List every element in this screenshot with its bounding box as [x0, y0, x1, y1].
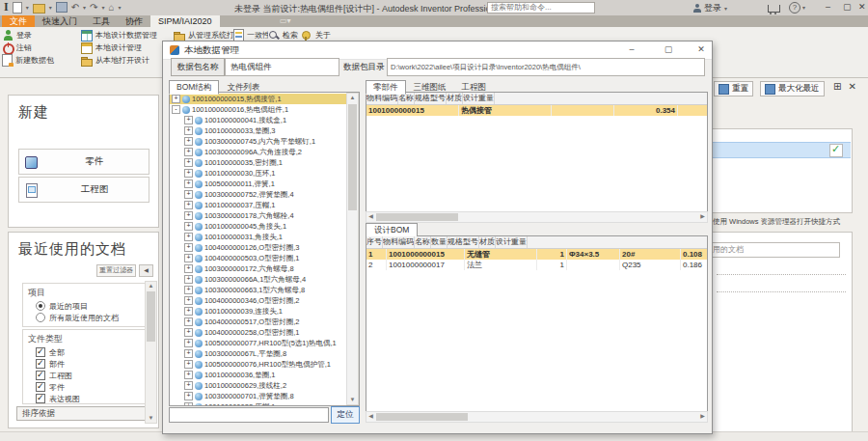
table-row[interactable]: 1 1001000000015 无缝管 1 Φ34×3.5 20# 0.108 [366, 249, 707, 260]
chevron-down-icon[interactable]: ▾ [49, 4, 52, 11]
column-header[interactable]: 序号 [366, 236, 383, 248]
tree-item[interactable]: + 1003000000701,弹簧垫圈,8 [170, 391, 347, 401]
column-header[interactable]: 名称 [415, 236, 431, 248]
design-bom-tab[interactable]: 设计BOM [366, 223, 418, 236]
tree-item[interactable]: + 1003000000663,1型六角螺母,8 [170, 285, 347, 295]
tree-item[interactable]: + 1004000000503,O型密封圈,1 [170, 253, 347, 263]
filetype-option[interactable]: 部件 [36, 359, 146, 369]
tree-item[interactable]: + 1001000000045,角接头,1 [170, 221, 347, 232]
expand-toggle-icon[interactable]: + [184, 402, 193, 406]
undo-icon[interactable]: ↶ [71, 2, 79, 14]
reset-button[interactable]: 重置 [714, 81, 753, 96]
scroll-down-icon[interactable]: ▼ [146, 414, 156, 423]
tree-item[interactable]: + 1001000000041,接线盒,1 [170, 115, 347, 125]
scrollbar-thumb[interactable] [376, 413, 468, 421]
scrollbar-thumb[interactable] [376, 213, 458, 221]
save-icon[interactable] [56, 2, 68, 13]
scroll-up-icon[interactable]: ▲ [146, 282, 156, 290]
parts-table-hscrollbar[interactable]: ◀ ▶ [366, 211, 708, 223]
chevron-down-icon[interactable]: ▾ [26, 4, 29, 11]
ribbon-button[interactable]: 本地设计管理 [81, 41, 174, 54]
ribbon-button[interactable]: 本地设计数据管理 [81, 29, 174, 41]
help-search-input[interactable]: 搜索帮助和命令... [487, 2, 595, 14]
tree-item[interactable]: + 1003000000178,六角螺栓,4 [170, 210, 347, 221]
tree-item[interactable]: - 1001000000016,热电偶组件,1 [170, 104, 347, 115]
tree-item[interactable]: + 100100000039,连接头,1 [170, 306, 347, 317]
new-part-button[interactable]: 零件 [18, 149, 149, 175]
maximize-recent-button[interactable]: 最大化最近 [760, 81, 825, 96]
tree-item[interactable]: + 1001000000629,接线柱,2 [170, 380, 347, 391]
expand-toggle-icon[interactable]: + [184, 254, 193, 262]
ribbon-button[interactable]: 新建数据包 [2, 54, 81, 67]
collapse-panel-button[interactable]: ◀ [139, 264, 153, 277]
ribbon-display-toggle-icon[interactable]: ▭▾ [280, 15, 291, 27]
sign-in-button[interactable]: 登录 ▾ [692, 2, 727, 14]
expand-toggle-icon[interactable]: + [184, 328, 193, 337]
expand-toggle-icon[interactable]: + [184, 243, 193, 252]
expand-toggle-icon[interactable]: + [184, 307, 193, 316]
column-header[interactable]: 物料编码 [383, 236, 415, 248]
close-tab-icon[interactable]: ✕ [848, 81, 855, 92]
filetype-option[interactable]: 表达视图 [36, 394, 146, 403]
expand-toggle-icon[interactable]: + [184, 275, 193, 284]
expand-toggle-icon[interactable]: + [184, 222, 193, 231]
ribbon-tab[interactable]: SIPM/IAI2020 [150, 15, 220, 27]
ribbon-tab[interactable]: 快速入门 [35, 15, 85, 27]
tree-item[interactable]: + 100100000033,垫圈,3 [170, 125, 347, 136]
tree-search-input[interactable] [169, 407, 329, 423]
expand-toggle-icon[interactable]: + [184, 371, 193, 379]
expand-toggle-icon[interactable]: + [184, 339, 193, 347]
window-minimize-button[interactable]: – [826, 2, 830, 12]
app-store-cart-icon[interactable] [768, 5, 780, 13]
table-row[interactable]: 1001000000015 热偶接管 0.354 [366, 105, 707, 116]
expand-toggle-icon[interactable]: + [184, 211, 193, 220]
ribbon-tab[interactable]: 协作 [118, 15, 150, 27]
project-option[interactable]: 最近的项目 [36, 301, 146, 311]
tree-item[interactable]: + 1003000000172,六角螺母,8 [170, 263, 347, 274]
tree-item[interactable]: + 1005000000077,HR100型(5选1)热电偶,1 [170, 338, 347, 348]
ribbon-tab[interactable]: 工具 [85, 15, 118, 27]
project-option[interactable]: 所有最近使用的文档 [36, 313, 146, 322]
new-tab-icon[interactable]: ⊞ [833, 81, 841, 92]
right-pane-tab[interactable]: 零部件 [366, 80, 406, 95]
expand-toggle-icon[interactable]: + [184, 381, 193, 390]
ribbon-button[interactable]: 登录 [2, 29, 81, 41]
column-header[interactable]: 数量 [431, 236, 448, 248]
tree-item[interactable]: + 100100000030,压环,1 [170, 168, 347, 179]
expand-toggle-icon[interactable]: + [184, 148, 193, 156]
tree-item[interactable]: + 1001000000015,热偶接管,1 [170, 94, 347, 104]
scroll-down-icon[interactable]: ▼ [347, 396, 358, 404]
column-header[interactable]: 设计重量 [496, 236, 528, 248]
new-file-icon[interactable] [13, 2, 22, 14]
redo-icon[interactable]: ↷ [90, 2, 97, 14]
locate-button[interactable]: 定位 [331, 406, 360, 424]
tree-item[interactable]: + 1004000000517,O型密封圈,2 [170, 317, 347, 327]
expand-toggle-icon[interactable]: + [184, 392, 193, 400]
tree-item[interactable]: + 1004000000126,O型密封圈,3 [170, 242, 347, 253]
expand-toggle-icon[interactable]: + [184, 296, 193, 305]
expand-toggle-icon[interactable]: + [184, 137, 193, 146]
column-header[interactable]: 材质 [479, 236, 496, 248]
expand-toggle-icon[interactable]: + [184, 360, 193, 369]
tree-scrollbar[interactable]: ▲ ▼ [346, 93, 359, 405]
expand-toggle-icon[interactable]: + [184, 158, 193, 167]
ribbon-button[interactable]: 注销 [2, 41, 81, 54]
home-icon[interactable]: ⌂ [109, 2, 115, 14]
expand-toggle-icon[interactable]: + [184, 116, 193, 124]
tree-item[interactable]: + 100100000036,垫圈,1 [170, 370, 347, 380]
package-dir-input[interactable]: D:\work\2022\ailee\项目设计目录\Inventor2020\热… [387, 58, 705, 76]
tree-item[interactable]: + 100100000032,压帽,1 [170, 401, 347, 406]
scrollbar-thumb[interactable] [147, 291, 155, 342]
package-name-input[interactable]: 热电偶组件 [225, 58, 339, 76]
filetype-option[interactable]: 工程图 [36, 371, 146, 380]
tree-item[interactable]: + 100100000035,密封圈,1 [170, 157, 347, 168]
expand-toggle-icon[interactable]: + [184, 179, 193, 188]
ribbon-button[interactable]: 从本地打开设计 [81, 54, 174, 67]
expand-toggle-icon[interactable]: + [184, 286, 193, 294]
expand-toggle-icon[interactable]: + [184, 201, 193, 209]
expand-toggle-icon[interactable]: + [184, 190, 193, 199]
tree-item[interactable]: + 1005000000076,HR100型热电偶护管,1 [170, 359, 347, 370]
reset-filters-button[interactable]: 重置过滤器 [96, 264, 136, 277]
expand-toggle-icon[interactable]: + [184, 126, 193, 135]
tree-item[interactable]: + 100100000031,角接头,1 [170, 232, 347, 242]
